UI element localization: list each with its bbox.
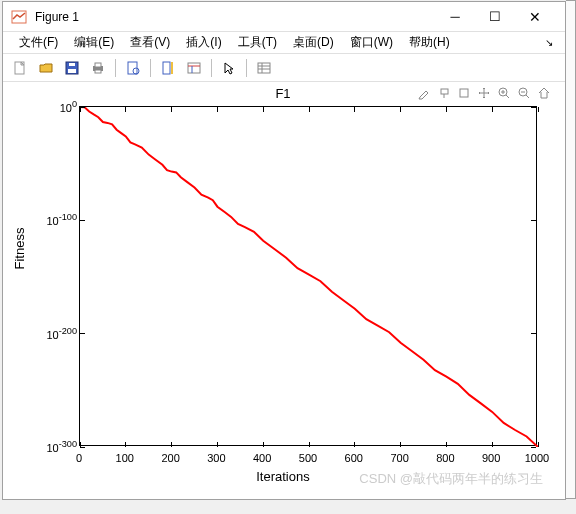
x-tick-label: 1000 — [522, 452, 552, 464]
close-button[interactable]: ✕ — [515, 3, 555, 31]
minimize-button[interactable]: ─ — [435, 3, 475, 31]
chart-title: F1 — [3, 86, 563, 101]
y-tick-label: 100 — [27, 99, 77, 114]
x-tick-label: 300 — [201, 452, 231, 464]
data-line — [80, 107, 538, 447]
layout-icon[interactable] — [183, 57, 205, 79]
menu-view[interactable]: 查看(V) — [122, 32, 178, 53]
svg-rect-7 — [95, 70, 101, 73]
svg-rect-6 — [95, 63, 101, 67]
menubar: 文件(F) 编辑(E) 查看(V) 插入(I) 工具(T) 桌面(D) 窗口(W… — [3, 32, 565, 54]
menu-insert[interactable]: 插入(I) — [178, 32, 229, 53]
menu-help[interactable]: 帮助(H) — [401, 32, 458, 53]
x-tick-label: 200 — [156, 452, 186, 464]
svg-rect-12 — [188, 63, 200, 73]
maximize-button[interactable]: ☐ — [475, 3, 515, 31]
x-tick-label: 600 — [339, 452, 369, 464]
x-tick-label: 400 — [247, 452, 277, 464]
x-tick-label: 100 — [110, 452, 140, 464]
y-tick-label: 10-100 — [27, 212, 77, 227]
menu-file[interactable]: 文件(F) — [11, 32, 66, 53]
x-tick-label: 900 — [476, 452, 506, 464]
watermark-text: CSDN @敲代码两年半的练习生 — [359, 470, 543, 488]
menu-desktop[interactable]: 桌面(D) — [285, 32, 342, 53]
y-axis-label: Fitness — [12, 228, 27, 270]
svg-rect-3 — [68, 69, 76, 73]
cursor-icon[interactable] — [218, 57, 240, 79]
svg-rect-15 — [258, 63, 270, 73]
figure-window: Figure 1 ─ ☐ ✕ 文件(F) 编辑(E) 查看(V) 插入(I) 工… — [2, 1, 566, 500]
x-tick-label: 700 — [385, 452, 415, 464]
svg-rect-11 — [171, 62, 173, 74]
app-icon — [11, 9, 27, 25]
open-icon[interactable] — [35, 57, 57, 79]
menu-window[interactable]: 窗口(W) — [342, 32, 401, 53]
print-icon[interactable] — [87, 57, 109, 79]
window-title: Figure 1 — [35, 10, 435, 24]
toolbar — [3, 54, 565, 82]
print-preview-icon[interactable] — [122, 57, 144, 79]
new-icon[interactable] — [9, 57, 31, 79]
x-tick-label: 500 — [293, 452, 323, 464]
figure-content: F1 Fitness Iterations 10010-10010-20010-… — [3, 82, 563, 498]
plot-area[interactable] — [79, 106, 537, 446]
svg-rect-10 — [163, 62, 170, 74]
properties-icon[interactable] — [253, 57, 275, 79]
side-strip — [566, 0, 576, 499]
menu-more-icon[interactable]: ↘ — [541, 37, 557, 48]
y-tick-label: 10-200 — [27, 326, 77, 341]
titlebar: Figure 1 ─ ☐ ✕ — [3, 2, 565, 32]
svg-rect-4 — [69, 63, 75, 66]
menu-tools[interactable]: 工具(T) — [230, 32, 285, 53]
save-icon[interactable] — [61, 57, 83, 79]
x-tick-label: 800 — [430, 452, 460, 464]
x-tick-label: 0 — [64, 452, 94, 464]
menu-edit[interactable]: 编辑(E) — [66, 32, 122, 53]
dock-icon[interactable] — [157, 57, 179, 79]
